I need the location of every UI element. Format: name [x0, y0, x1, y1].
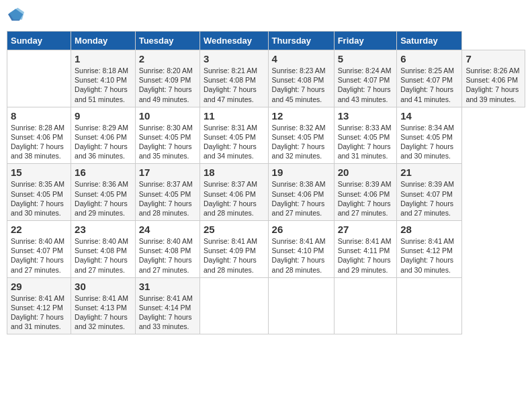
day-cell: 22Sunrise: 8:40 AM Sunset: 4:07 PM Dayli… [7, 221, 71, 278]
day-info: Sunrise: 8:33 AM Sunset: 4:05 PM Dayligh… [338, 123, 394, 161]
day-number: 17 [139, 167, 196, 178]
header-cell-monday: Monday [71, 32, 136, 50]
day-number: 22 [11, 224, 67, 235]
header-cell-friday: Friday [334, 32, 397, 50]
day-cell: 19Sunrise: 8:38 AM Sunset: 4:06 PM Dayli… [268, 164, 334, 221]
day-info: Sunrise: 8:34 AM Sunset: 4:05 PM Dayligh… [400, 123, 458, 161]
day-number: 5 [338, 53, 394, 64]
day-cell: 3Sunrise: 8:21 AM Sunset: 4:08 PM Daylig… [200, 50, 269, 107]
day-cell: 21Sunrise: 8:39 AM Sunset: 4:07 PM Dayli… [397, 164, 462, 221]
day-number: 18 [204, 167, 265, 178]
day-info: Sunrise: 8:26 AM Sunset: 4:06 PM Dayligh… [466, 66, 521, 104]
day-number: 30 [75, 281, 132, 292]
day-cell: 24Sunrise: 8:40 AM Sunset: 4:08 PM Dayli… [135, 221, 200, 278]
day-cell: 9Sunrise: 8:29 AM Sunset: 4:06 PM Daylig… [71, 107, 136, 164]
day-number: 28 [400, 224, 458, 235]
day-info: Sunrise: 8:20 AM Sunset: 4:09 PM Dayligh… [139, 66, 196, 104]
day-cell: 10Sunrise: 8:30 AM Sunset: 4:05 PM Dayli… [135, 107, 200, 164]
week-row-5: 29Sunrise: 8:41 AM Sunset: 4:12 PM Dayli… [7, 277, 525, 334]
day-number: 15 [11, 167, 67, 178]
day-cell [397, 277, 462, 334]
day-number: 11 [204, 110, 265, 122]
day-info: Sunrise: 8:23 AM Sunset: 4:08 PM Dayligh… [272, 66, 330, 104]
day-cell: 23Sunrise: 8:40 AM Sunset: 4:08 PM Dayli… [71, 221, 136, 278]
day-cell: 26Sunrise: 8:41 AM Sunset: 4:10 PM Dayli… [268, 221, 334, 278]
day-number: 27 [338, 224, 394, 235]
day-cell: 14Sunrise: 8:34 AM Sunset: 4:05 PM Dayli… [397, 107, 462, 164]
logo-icon [8, 7, 24, 23]
day-number: 7 [466, 53, 521, 64]
day-info: Sunrise: 8:40 AM Sunset: 4:08 PM Dayligh… [75, 236, 132, 275]
page-header [7, 7, 525, 26]
day-number: 19 [272, 167, 330, 178]
day-cell: 4Sunrise: 8:23 AM Sunset: 4:08 PM Daylig… [268, 50, 334, 107]
day-info: Sunrise: 8:32 AM Sunset: 4:05 PM Dayligh… [272, 123, 330, 161]
day-cell: 8Sunrise: 8:28 AM Sunset: 4:06 PM Daylig… [7, 107, 71, 164]
day-cell: 1Sunrise: 8:18 AM Sunset: 4:10 PM Daylig… [71, 50, 136, 107]
day-info: Sunrise: 8:24 AM Sunset: 4:07 PM Dayligh… [338, 66, 394, 104]
week-row-1: 1Sunrise: 8:18 AM Sunset: 4:10 PM Daylig… [7, 50, 525, 107]
day-cell [200, 277, 269, 334]
day-info: Sunrise: 8:28 AM Sunset: 4:06 PM Dayligh… [11, 123, 67, 161]
day-number: 2 [139, 53, 196, 64]
day-info: Sunrise: 8:41 AM Sunset: 4:12 PM Dayligh… [400, 236, 458, 275]
day-info: Sunrise: 8:29 AM Sunset: 4:06 PM Dayligh… [75, 123, 132, 161]
day-info: Sunrise: 8:41 AM Sunset: 4:09 PM Dayligh… [204, 236, 265, 275]
calendar-table: SundayMondayTuesdayWednesdayThursdayFrid… [7, 31, 525, 334]
day-info: Sunrise: 8:41 AM Sunset: 4:14 PM Dayligh… [139, 293, 196, 332]
week-row-2: 8Sunrise: 8:28 AM Sunset: 4:06 PM Daylig… [7, 107, 525, 164]
day-cell [7, 50, 71, 107]
week-row-4: 22Sunrise: 8:40 AM Sunset: 4:07 PM Dayli… [7, 221, 525, 278]
day-cell: 12Sunrise: 8:32 AM Sunset: 4:05 PM Dayli… [268, 107, 334, 164]
day-info: Sunrise: 8:40 AM Sunset: 4:07 PM Dayligh… [11, 236, 67, 275]
day-cell [334, 277, 397, 334]
day-cell: 18Sunrise: 8:37 AM Sunset: 4:06 PM Dayli… [200, 164, 269, 221]
header-cell-tuesday: Tuesday [135, 32, 200, 50]
header-cell-thursday: Thursday [268, 32, 334, 50]
day-info: Sunrise: 8:37 AM Sunset: 4:06 PM Dayligh… [204, 179, 265, 218]
day-number: 13 [338, 110, 394, 122]
day-number: 10 [139, 110, 196, 122]
day-number: 23 [75, 224, 132, 235]
day-info: Sunrise: 8:35 AM Sunset: 4:05 PM Dayligh… [11, 179, 67, 218]
day-cell: 6Sunrise: 8:25 AM Sunset: 4:07 PM Daylig… [397, 50, 462, 107]
week-row-3: 15Sunrise: 8:35 AM Sunset: 4:05 PM Dayli… [7, 164, 525, 221]
day-cell: 30Sunrise: 8:41 AM Sunset: 4:13 PM Dayli… [71, 277, 136, 334]
day-info: Sunrise: 8:41 AM Sunset: 4:11 PM Dayligh… [338, 236, 394, 275]
day-info: Sunrise: 8:37 AM Sunset: 4:05 PM Dayligh… [139, 179, 196, 218]
day-cell: 31Sunrise: 8:41 AM Sunset: 4:14 PM Dayli… [135, 277, 200, 334]
day-cell: 5Sunrise: 8:24 AM Sunset: 4:07 PM Daylig… [334, 50, 397, 107]
day-cell: 2Sunrise: 8:20 AM Sunset: 4:09 PM Daylig… [135, 50, 200, 107]
day-info: Sunrise: 8:39 AM Sunset: 4:07 PM Dayligh… [400, 179, 458, 218]
day-cell: 25Sunrise: 8:41 AM Sunset: 4:09 PM Dayli… [200, 221, 269, 278]
day-info: Sunrise: 8:41 AM Sunset: 4:13 PM Dayligh… [75, 293, 132, 332]
day-number: 9 [75, 110, 132, 122]
day-info: Sunrise: 8:40 AM Sunset: 4:08 PM Dayligh… [139, 236, 196, 275]
day-info: Sunrise: 8:30 AM Sunset: 4:05 PM Dayligh… [139, 123, 196, 161]
day-cell: 7Sunrise: 8:26 AM Sunset: 4:06 PM Daylig… [462, 50, 525, 107]
day-cell: 29Sunrise: 8:41 AM Sunset: 4:12 PM Dayli… [7, 277, 71, 334]
header-cell-saturday: Saturday [397, 32, 462, 50]
day-number: 4 [272, 53, 330, 64]
day-cell: 27Sunrise: 8:41 AM Sunset: 4:11 PM Dayli… [334, 221, 397, 278]
day-cell: 11Sunrise: 8:31 AM Sunset: 4:05 PM Dayli… [200, 107, 269, 164]
day-number: 16 [75, 167, 132, 178]
day-cell: 15Sunrise: 8:35 AM Sunset: 4:05 PM Dayli… [7, 164, 71, 221]
day-number: 21 [400, 167, 458, 178]
header-cell-sunday: Sunday [7, 32, 71, 50]
day-number: 12 [272, 110, 330, 122]
day-info: Sunrise: 8:25 AM Sunset: 4:07 PM Dayligh… [400, 66, 458, 104]
day-info: Sunrise: 8:39 AM Sunset: 4:06 PM Dayligh… [338, 179, 394, 218]
day-info: Sunrise: 8:36 AM Sunset: 4:05 PM Dayligh… [75, 179, 132, 218]
day-info: Sunrise: 8:18 AM Sunset: 4:10 PM Dayligh… [75, 66, 132, 104]
day-number: 3 [204, 53, 265, 64]
day-number: 25 [204, 224, 265, 235]
day-number: 26 [272, 224, 330, 235]
day-info: Sunrise: 8:38 AM Sunset: 4:06 PM Dayligh… [272, 179, 330, 218]
day-number: 24 [139, 224, 196, 235]
day-number: 14 [400, 110, 458, 122]
day-cell: 13Sunrise: 8:33 AM Sunset: 4:05 PM Dayli… [334, 107, 397, 164]
day-info: Sunrise: 8:41 AM Sunset: 4:10 PM Dayligh… [272, 236, 330, 275]
day-cell: 16Sunrise: 8:36 AM Sunset: 4:05 PM Dayli… [71, 164, 136, 221]
day-number: 1 [75, 53, 132, 64]
